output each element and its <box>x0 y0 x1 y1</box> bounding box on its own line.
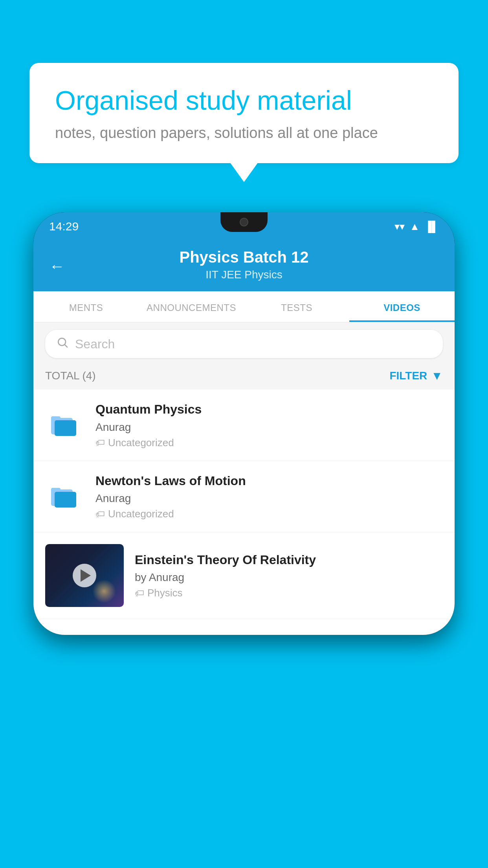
app-title: Physics Batch 12 <box>49 248 439 266</box>
filter-icon: ▼ <box>431 369 443 383</box>
status-icons: ▾▾ ▲ ▐▌ <box>394 221 439 233</box>
video-info-3: Einstein's Theory Of Relativity by Anura… <box>135 552 443 600</box>
speech-bubble-subtitle: notes, question papers, solutions all at… <box>55 125 433 142</box>
app-subtitle: IIT JEE Physics <box>49 268 439 281</box>
status-bar: 14:29 ▾▾ ▲ ▐▌ <box>33 212 455 241</box>
svg-rect-3 <box>51 416 61 420</box>
search-input-wrap[interactable]: Search <box>45 330 443 358</box>
list-item[interactable]: Einstein's Theory Of Relativity by Anura… <box>33 532 455 619</box>
folder-thumb-2 <box>45 481 84 512</box>
signal-icon: ▲ <box>409 221 420 233</box>
video-tag-2: 🏷 Uncategorized <box>95 508 443 520</box>
tag-icon: 🏷 <box>135 588 144 599</box>
tag-icon: 🏷 <box>95 509 105 520</box>
video-tag-1: 🏷 Uncategorized <box>95 437 443 449</box>
video-title-1: Quantum Physics <box>95 401 443 418</box>
video-title-3: Einstein's Theory Of Relativity <box>135 552 443 568</box>
tab-videos[interactable]: VIDEOS <box>349 291 455 322</box>
speech-bubble-title: Organised study material <box>55 85 433 117</box>
search-bar-container: Search <box>33 323 455 365</box>
search-icon <box>56 336 69 352</box>
play-icon <box>81 569 91 582</box>
play-button[interactable] <box>73 564 96 587</box>
filter-label: FILTER <box>389 370 427 382</box>
video-info-1: Quantum Physics Anurag 🏷 Uncategorized <box>95 401 443 449</box>
video-thumbnail-3 <box>45 544 124 607</box>
wifi-icon: ▾▾ <box>394 221 405 233</box>
tab-ments[interactable]: MENTS <box>33 291 139 322</box>
app-header: ← Physics Batch 12 IIT JEE Physics <box>33 241 455 291</box>
status-time: 14:29 <box>49 220 79 233</box>
back-button[interactable]: ← <box>49 257 65 275</box>
filter-bar: TOTAL (4) FILTER ▼ <box>33 365 455 390</box>
tab-announcements[interactable]: ANNOUNCEMENTS <box>139 291 244 322</box>
phone-notch <box>220 212 268 232</box>
search-placeholder: Search <box>75 337 115 351</box>
list-item[interactable]: Quantum Physics Anurag 🏷 Uncategorized <box>33 390 455 461</box>
video-info-2: Newton's Laws of Motion Anurag 🏷 Uncateg… <box>95 473 443 520</box>
svg-line-1 <box>65 345 67 347</box>
total-count-label: TOTAL (4) <box>45 370 96 382</box>
speech-bubble: Organised study material notes, question… <box>29 63 459 163</box>
svg-rect-4 <box>55 420 76 436</box>
tag-icon: 🏷 <box>95 437 105 448</box>
thumb-glow <box>92 579 116 603</box>
svg-rect-6 <box>51 488 61 492</box>
video-title-2: Newton's Laws of Motion <box>95 473 443 489</box>
battery-icon: ▐▌ <box>424 221 439 233</box>
tab-tests[interactable]: TESTS <box>244 291 349 322</box>
video-list: Quantum Physics Anurag 🏷 Uncategorized <box>33 390 455 619</box>
list-item[interactable]: Newton's Laws of Motion Anurag 🏷 Uncateg… <box>33 461 455 533</box>
video-author-1: Anurag <box>95 421 443 434</box>
filter-button[interactable]: FILTER ▼ <box>389 369 443 383</box>
phone-frame: 14:29 ▾▾ ▲ ▐▌ ← Physics Batch 12 IIT JEE… <box>33 212 455 868</box>
video-author-2: Anurag <box>95 492 443 505</box>
tab-bar: MENTS ANNOUNCEMENTS TESTS VIDEOS <box>33 291 455 323</box>
camera-dot <box>240 218 248 226</box>
phone-body: 14:29 ▾▾ ▲ ▐▌ ← Physics Batch 12 IIT JEE… <box>33 212 455 635</box>
svg-rect-7 <box>55 492 76 508</box>
phone-bottom <box>33 619 455 635</box>
video-tag-3: 🏷 Physics <box>135 587 443 599</box>
folder-thumb-1 <box>45 409 84 441</box>
video-author-3: by Anurag <box>135 571 443 584</box>
